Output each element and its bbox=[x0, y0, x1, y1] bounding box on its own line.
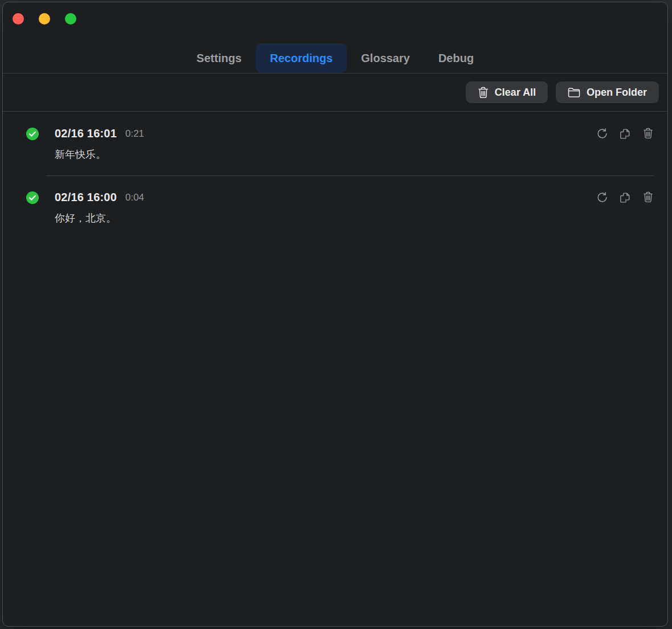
window-controls bbox=[13, 13, 76, 24]
recording-row-header: 02/16 16:01 0:21 bbox=[26, 127, 582, 140]
retry-icon bbox=[596, 191, 608, 203]
trash-icon bbox=[643, 191, 653, 203]
recording-transcript: 新年快乐。 bbox=[55, 148, 582, 161]
tab-settings[interactable]: Settings bbox=[182, 43, 256, 73]
check-circle-icon bbox=[26, 191, 39, 204]
copy-icon bbox=[619, 128, 631, 140]
clear-all-button[interactable]: Clear All bbox=[466, 81, 548, 103]
minimize-button[interactable] bbox=[39, 13, 50, 24]
delete-button[interactable] bbox=[642, 128, 654, 140]
close-button[interactable] bbox=[13, 13, 24, 24]
open-folder-label: Open Folder bbox=[587, 87, 647, 99]
app-window: Settings Recordings Glossary Debug Clear… bbox=[2, 2, 668, 627]
trash-icon bbox=[478, 87, 489, 99]
trash-icon bbox=[643, 128, 653, 139]
tab-debug[interactable]: Debug bbox=[424, 43, 488, 73]
recording-duration: 0:04 bbox=[125, 192, 144, 203]
tab-glossary[interactable]: Glossary bbox=[347, 43, 424, 73]
check-circle-icon bbox=[26, 128, 39, 140]
recording-actions bbox=[596, 127, 654, 140]
recording-transcript: 你好，北京。 bbox=[55, 212, 582, 225]
recording-actions bbox=[596, 191, 654, 203]
retry-button[interactable] bbox=[596, 128, 608, 140]
recordings-list: 02/16 16:01 0:21 新年快乐。 bbox=[3, 112, 667, 626]
open-folder-button[interactable]: Open Folder bbox=[556, 81, 659, 103]
titlebar: Settings Recordings Glossary Debug bbox=[3, 2, 667, 73]
recording-row[interactable]: 02/16 16:01 0:21 新年快乐。 bbox=[3, 112, 667, 175]
recording-row-header: 02/16 16:00 0:04 bbox=[26, 191, 582, 204]
copy-icon bbox=[619, 191, 631, 203]
recording-date: 02/16 16:00 bbox=[55, 191, 117, 204]
recording-date: 02/16 16:01 bbox=[55, 127, 117, 140]
copy-button[interactable] bbox=[619, 191, 631, 203]
clear-all-label: Clear All bbox=[495, 87, 536, 99]
recording-duration: 0:21 bbox=[125, 128, 144, 140]
tab-bar: Settings Recordings Glossary Debug bbox=[3, 43, 667, 73]
folder-icon bbox=[568, 87, 580, 98]
delete-button[interactable] bbox=[642, 191, 654, 203]
retry-icon bbox=[596, 128, 608, 140]
copy-button[interactable] bbox=[619, 128, 631, 140]
zoom-button[interactable] bbox=[65, 13, 76, 24]
recording-row[interactable]: 02/16 16:00 0:04 你好，北京。 bbox=[3, 175, 667, 239]
retry-button[interactable] bbox=[596, 191, 608, 203]
tab-recordings[interactable]: Recordings bbox=[256, 43, 347, 73]
toolbar: Clear All Open Folder bbox=[3, 73, 667, 112]
